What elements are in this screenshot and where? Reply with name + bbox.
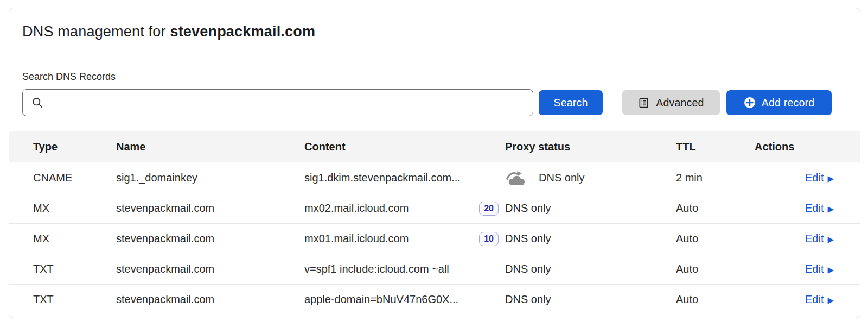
table-row: TXT stevenpackmail.com v=spf1 include:ic… xyxy=(9,254,860,284)
dns-records-table: Type Name Content Proxy status TTL Actio… xyxy=(9,131,860,315)
page-title: DNS management for stevenpackmail.com xyxy=(22,23,315,40)
record-ttl: Auto xyxy=(676,232,755,245)
proxy-status-cell: DNS only xyxy=(505,293,676,306)
record-name: sig1._domainkey xyxy=(116,172,304,184)
proxy-status-cell: DNS only xyxy=(505,169,676,186)
edit-record-link[interactable]: Edit▶ xyxy=(805,293,834,306)
column-header-content: Content xyxy=(304,141,505,153)
plus-circle-icon xyxy=(744,97,756,109)
record-type: TXT xyxy=(33,263,116,275)
record-content-cell: mx01.mail.icloud.com 10 xyxy=(304,232,505,246)
gray-cloud-arrow-icon xyxy=(505,169,528,186)
record-type: CNAME xyxy=(33,172,116,184)
record-content: apple-domain=bNuV47n6G0X... xyxy=(304,293,458,306)
record-ttl: Auto xyxy=(676,202,755,215)
table-row: MX stevenpackmail.com mx01.mail.icloud.c… xyxy=(9,223,860,254)
proxy-status-cell: DNS only xyxy=(505,263,676,275)
caret-right-icon: ▶ xyxy=(827,204,834,213)
search-box[interactable] xyxy=(22,89,533,116)
record-actions-cell: Edit▶ xyxy=(805,263,834,275)
title-prefix: DNS management for xyxy=(22,23,170,40)
search-icon xyxy=(31,97,43,109)
record-content: mx02.mail.icloud.com xyxy=(304,202,409,215)
edit-record-link[interactable]: Edit▶ xyxy=(805,263,834,275)
column-header-type: Type xyxy=(33,141,116,153)
column-header-actions: Actions xyxy=(755,141,834,153)
dns-management-card: DNS management for stevenpackmail.com Se… xyxy=(9,8,860,318)
caret-right-icon: ▶ xyxy=(827,234,834,243)
record-name: stevenpackmail.com xyxy=(116,293,304,306)
column-header-proxy-status: Proxy status xyxy=(505,141,676,153)
record-content-cell: sig1.dkim.stevenpackmail.com... xyxy=(304,172,505,184)
proxy-status-label: DNS only xyxy=(505,293,551,306)
record-content: v=spf1 include:icloud.com ~all xyxy=(304,263,449,275)
list-document-icon xyxy=(638,97,649,109)
record-type: TXT xyxy=(33,293,116,306)
advanced-button[interactable]: Advanced xyxy=(622,90,720,115)
table-row: CNAME sig1._domainkey sig1.dkim.stevenpa… xyxy=(9,162,860,193)
caret-right-icon: ▶ xyxy=(827,295,834,304)
edit-record-link[interactable]: Edit▶ xyxy=(805,172,834,184)
search-label: Search DNS Records xyxy=(22,71,116,83)
record-name: stevenpackmail.com xyxy=(116,263,304,275)
record-ttl: Auto xyxy=(676,263,755,275)
record-content: sig1.dkim.stevenpackmail.com... xyxy=(304,172,461,184)
proxy-status-label: DNS only xyxy=(539,172,584,184)
record-ttl: Auto xyxy=(676,293,755,306)
edit-record-link[interactable]: Edit▶ xyxy=(805,232,834,245)
toolbar: Search Advanced Add record xyxy=(22,89,848,117)
record-content: mx01.mail.icloud.com xyxy=(304,232,409,245)
record-actions-cell: Edit▶ xyxy=(805,293,834,306)
search-button[interactable]: Search xyxy=(539,90,603,115)
record-ttl: 2 min xyxy=(676,172,755,184)
record-type: MX xyxy=(33,232,116,245)
priority-badge: 10 xyxy=(479,232,499,246)
record-type: MX xyxy=(33,202,116,215)
search-input[interactable] xyxy=(23,90,533,116)
record-actions-cell: Edit▶ xyxy=(805,172,834,184)
proxy-status-cell: DNS only xyxy=(505,232,676,245)
edit-label: Edit xyxy=(805,232,824,245)
record-content-cell: apple-domain=bNuV47n6G0X... xyxy=(304,293,505,306)
title-domain: stevenpackmail.com xyxy=(170,23,315,40)
edit-label: Edit xyxy=(805,202,824,215)
record-actions-cell: Edit▶ xyxy=(805,202,834,215)
proxy-status-label: DNS only xyxy=(505,202,551,215)
proxy-status-label: DNS only xyxy=(505,232,551,245)
edit-record-link[interactable]: Edit▶ xyxy=(805,202,834,215)
edit-label: Edit xyxy=(805,263,824,275)
column-header-name: Name xyxy=(116,141,304,153)
add-record-button[interactable]: Add record xyxy=(726,90,832,115)
record-actions-cell: Edit▶ xyxy=(805,232,834,245)
record-content-cell: mx02.mail.icloud.com 20 xyxy=(304,202,505,216)
add-record-label: Add record xyxy=(762,97,814,109)
record-name: stevenpackmail.com xyxy=(116,232,304,245)
edit-label: Edit xyxy=(805,293,824,306)
priority-badge: 20 xyxy=(479,202,499,216)
caret-right-icon: ▶ xyxy=(827,265,834,274)
table-body: CNAME sig1._domainkey sig1.dkim.stevenpa… xyxy=(9,162,860,315)
table-row: MX stevenpackmail.com mx02.mail.icloud.c… xyxy=(9,193,860,223)
proxy-status-cell: DNS only xyxy=(505,202,676,215)
caret-right-icon: ▶ xyxy=(827,173,834,183)
advanced-button-label: Advanced xyxy=(656,97,704,109)
proxy-status-label: DNS only xyxy=(505,263,551,275)
table-row: TXT stevenpackmail.com apple-domain=bNuV… xyxy=(9,284,860,315)
column-header-ttl: TTL xyxy=(676,141,755,153)
table-header-row: Type Name Content Proxy status TTL Actio… xyxy=(9,131,860,162)
record-name: stevenpackmail.com xyxy=(116,202,304,215)
record-content-cell: v=spf1 include:icloud.com ~all xyxy=(304,263,505,275)
edit-label: Edit xyxy=(805,172,824,184)
